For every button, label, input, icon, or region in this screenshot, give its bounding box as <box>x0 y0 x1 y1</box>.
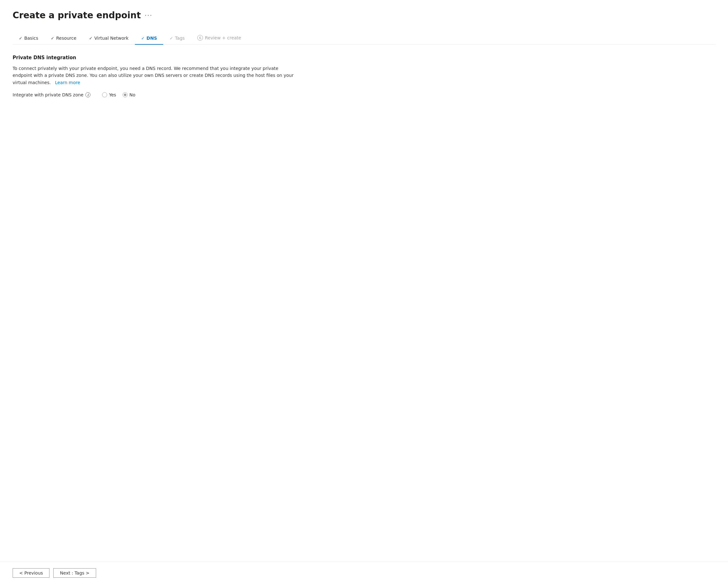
step-badge-review: 6 <box>197 35 203 41</box>
tab-dns[interactable]: ✓ DNS <box>135 32 163 45</box>
page-header: Create a private endpoint ··· <box>12 10 716 21</box>
info-icon-dns-zone[interactable]: i <box>85 92 90 97</box>
radio-label-yes: Yes <box>109 92 116 97</box>
tab-virtual-network[interactable]: ✓ Virtual Network <box>83 32 135 45</box>
radio-group-dns: Yes No <box>102 92 135 97</box>
tab-virtual-network-label: Virtual Network <box>94 35 129 41</box>
page-footer: < Previous Next : Tags > <box>0 562 728 584</box>
radio-circle-no[interactable] <box>123 92 128 97</box>
dns-integration-row: Integrate with private DNS zone i Yes No <box>12 92 296 97</box>
wizard-tabs: ✓ Basics ✓ Resource ✓ Virtual Network ✓ … <box>12 32 716 45</box>
description-text: To connect privately with your private e… <box>12 65 296 86</box>
radio-circle-yes[interactable] <box>102 92 107 97</box>
tab-basics-label: Basics <box>24 35 38 41</box>
radio-option-yes[interactable]: Yes <box>102 92 116 97</box>
content-section: Private DNS integration To connect priva… <box>12 55 296 97</box>
learn-more-link[interactable]: Learn more <box>55 80 80 85</box>
check-icon-tags: ✓ <box>170 36 173 41</box>
previous-button[interactable]: < Previous <box>12 568 50 578</box>
tab-review-create-label: Review + create <box>205 35 241 40</box>
radio-inner-no <box>124 94 126 96</box>
next-button[interactable]: Next : Tags > <box>53 568 96 578</box>
more-options-icon[interactable]: ··· <box>145 12 153 19</box>
check-icon-resource: ✓ <box>51 36 54 41</box>
tab-basics[interactable]: ✓ Basics <box>12 32 45 45</box>
tab-tags-label: Tags <box>175 35 185 41</box>
check-icon-virtual-network: ✓ <box>89 36 92 41</box>
tab-review-create[interactable]: 6 Review + create <box>191 32 248 45</box>
radio-option-no[interactable]: No <box>123 92 135 97</box>
form-label-dns-zone: Integrate with private DNS zone i <box>12 92 95 97</box>
check-icon-basics: ✓ <box>19 36 22 41</box>
tab-dns-label: DNS <box>147 35 157 41</box>
page-title: Create a private endpoint <box>12 10 141 21</box>
tab-resource[interactable]: ✓ Resource <box>45 32 83 45</box>
tab-tags[interactable]: ✓ Tags <box>163 32 191 45</box>
radio-label-no: No <box>130 92 135 97</box>
page-container: Create a private endpoint ··· ✓ Basics ✓… <box>0 0 728 562</box>
section-title: Private DNS integration <box>12 55 296 60</box>
check-icon-dns: ✓ <box>141 36 145 41</box>
tab-resource-label: Resource <box>56 35 76 41</box>
